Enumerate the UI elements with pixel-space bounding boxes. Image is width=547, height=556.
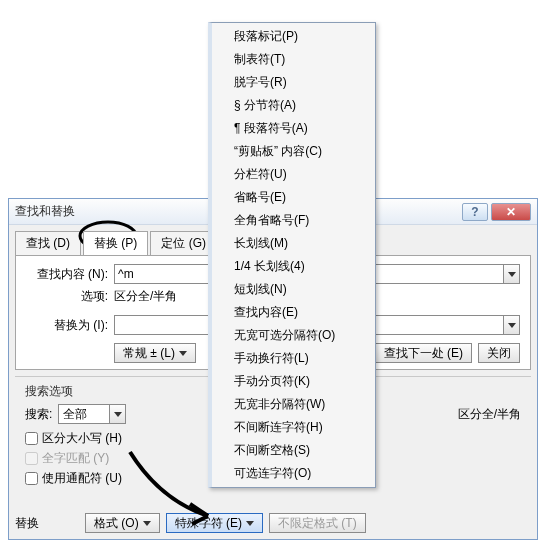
tab-replace[interactable]: 替换 (P) [83,231,148,255]
menu-item[interactable]: 脱字号(R) [212,71,375,94]
menu-item[interactable]: 短划线(N) [212,278,375,301]
menu-item[interactable]: 手动分页符(K) [212,370,375,393]
right-note: 区分全/半角 [458,406,521,423]
menu-item[interactable]: 不间断空格(S) [212,439,375,462]
menu-item[interactable]: “剪贴板” 内容(C) [212,140,375,163]
find-label: 查找内容 (N): [26,266,114,283]
search-scope-combo[interactable] [58,404,126,424]
tab-goto[interactable]: 定位 (G) [150,231,217,255]
less-button[interactable]: 常规 ± (L) [114,343,196,363]
menu-item[interactable]: 分栏符(U) [212,163,375,186]
chevron-down-icon [114,412,122,417]
menu-item[interactable]: 手动换行符(L) [212,347,375,370]
replace-dropdown-button[interactable] [503,316,519,334]
tab-find[interactable]: 查找 (D) [15,231,81,255]
chevron-down-icon [246,521,254,526]
menu-item[interactable]: 段落标记(P) [212,25,375,48]
chevron-down-icon [143,521,151,526]
replace-label: 替换为 (I): [26,317,114,334]
find-next-button[interactable]: 查找下一处 (E) [375,343,472,363]
scope-dropdown-button[interactable] [109,405,125,423]
options-value: 区分全/半角 [114,288,177,305]
menu-item[interactable]: 查找内容(E) [212,301,375,324]
search-scope-input[interactable] [59,405,109,423]
menu-item[interactable]: 无宽非分隔符(W) [212,393,375,416]
options-label: 选项: [26,288,114,305]
menu-item[interactable]: 不间断连字符(H) [212,416,375,439]
chevron-down-icon [179,351,187,356]
menu-item[interactable]: ¶ 段落符号(A) [212,117,375,140]
close-button[interactable]: ✕ [491,203,531,221]
chevron-down-icon [508,323,516,328]
menu-item[interactable]: 可选连字符(O) [212,462,375,485]
special-char-menu[interactable]: 段落标记(P)制表符(T)脱字号(R)§ 分节符(A)¶ 段落符号(A)“剪贴板… [208,22,376,488]
menu-item[interactable]: 长划线(M) [212,232,375,255]
format-button[interactable]: 格式 (O) [85,513,160,533]
search-scope-label: 搜索: [25,406,52,423]
help-button[interactable]: ? [462,203,488,221]
close-dialog-button[interactable]: 关闭 [478,343,520,363]
special-char-button[interactable]: 特殊字符 (E) [166,513,263,533]
bottom-toolbar: 替换 格式 (O) 特殊字符 (E) 不限定格式 (T) [15,513,531,533]
chevron-down-icon [508,272,516,277]
menu-item[interactable]: 制表符(T) [212,48,375,71]
replace-section-label: 替换 [15,515,39,532]
menu-item[interactable]: 全角省略号(F) [212,209,375,232]
menu-item[interactable]: § 分节符(A) [212,94,375,117]
menu-item[interactable]: 省略号(E) [212,186,375,209]
no-format-button: 不限定格式 (T) [269,513,366,533]
find-dropdown-button[interactable] [503,265,519,283]
menu-item[interactable]: 1/4 长划线(4) [212,255,375,278]
menu-item[interactable]: 无宽可选分隔符(O) [212,324,375,347]
